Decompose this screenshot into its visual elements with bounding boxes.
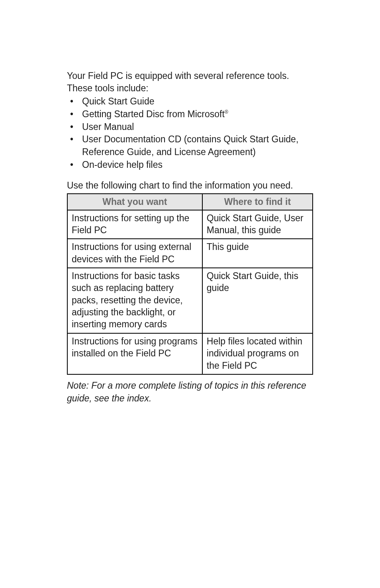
header-what: What you want bbox=[67, 194, 202, 210]
bullet-icon: • bbox=[67, 121, 82, 134]
bullet-text: User Documentation CD (contains Quick St… bbox=[82, 133, 313, 158]
bullet-text: On-device help files bbox=[82, 159, 313, 171]
cell-where: Quick Start Guide, User Manual, this gui… bbox=[202, 210, 313, 239]
bullet-icon: • bbox=[67, 108, 82, 121]
table-row: Instructions for using external devices … bbox=[67, 239, 313, 268]
bullet-text: Quick Start Guide bbox=[82, 95, 313, 108]
cell-what: Instructions for setting up the Field PC bbox=[67, 210, 202, 239]
bullet-icon: • bbox=[67, 95, 82, 108]
table-header-row: What you want Where to find it bbox=[67, 194, 313, 210]
table-row: Instructions for using programs installe… bbox=[67, 333, 313, 374]
cell-what: Instructions for using external devices … bbox=[67, 239, 202, 268]
bullet-icon: • bbox=[67, 159, 82, 171]
bullet-text: User Manual bbox=[82, 121, 313, 134]
cell-where: Help files located within individual pro… bbox=[202, 333, 313, 374]
bullet-icon: • bbox=[67, 133, 82, 158]
intro-text: Your Field PC is equipped with several r… bbox=[67, 70, 313, 94]
table-row: Instructions for setting up the Field PC… bbox=[67, 210, 313, 239]
cell-what: Instructions for using programs installe… bbox=[67, 333, 202, 374]
bullet-list: • Quick Start Guide • Getting Started Di… bbox=[67, 95, 313, 171]
table-row: Instructions for basic tasks such as rep… bbox=[67, 268, 313, 333]
list-item: • Getting Started Disc from Microsoft® bbox=[67, 108, 313, 121]
list-item: • User Documentation CD (contains Quick … bbox=[67, 133, 313, 158]
cell-what: Instructions for basic tasks such as rep… bbox=[67, 268, 202, 333]
table-lead: Use the following chart to find the info… bbox=[67, 179, 313, 192]
registered-icon: ® bbox=[225, 109, 228, 115]
list-item: • User Manual bbox=[67, 121, 313, 134]
header-where: Where to find it bbox=[202, 194, 313, 210]
list-item: • Quick Start Guide bbox=[67, 95, 313, 108]
reference-table: What you want Where to find it Instructi… bbox=[67, 193, 313, 375]
bullet-text: Getting Started Disc from Microsoft® bbox=[82, 108, 313, 121]
cell-where: Quick Start Guide, this guide bbox=[202, 268, 313, 333]
list-item: • On-device help files bbox=[67, 159, 313, 171]
cell-where: This guide bbox=[202, 239, 313, 268]
footnote: Note: For a more complete listing of top… bbox=[67, 380, 313, 405]
